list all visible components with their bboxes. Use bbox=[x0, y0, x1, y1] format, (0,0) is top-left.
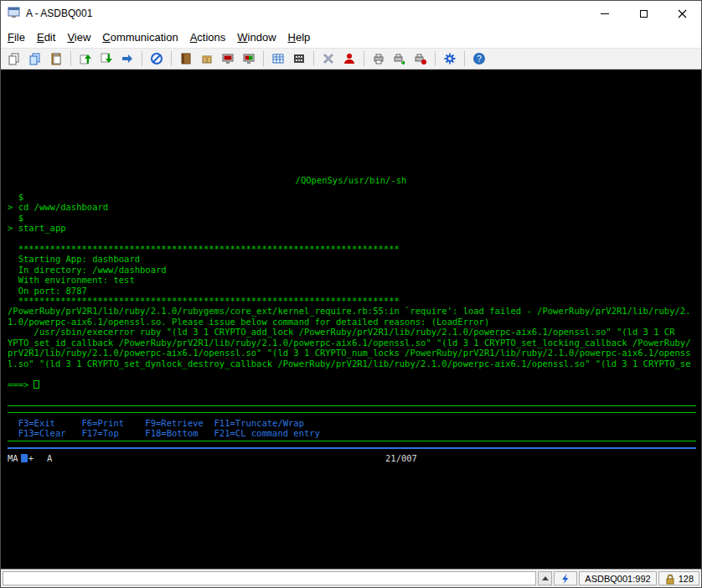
toolbar-separator bbox=[171, 51, 172, 66]
oia-system-indicator: MA bbox=[8, 453, 18, 463]
encryption-bits: 128 bbox=[679, 574, 694, 584]
upload-icon bbox=[79, 52, 92, 65]
settings-gear-icon bbox=[443, 52, 457, 65]
command-prompt: ===> bbox=[8, 379, 28, 389]
terminal-output: $ > cd /www/dashboard $ > start_app ****… bbox=[8, 192, 690, 369]
package-button[interactable] bbox=[198, 49, 216, 68]
display-colors-icon bbox=[242, 52, 256, 65]
keyboard-remap-button[interactable] bbox=[319, 49, 338, 68]
download-icon bbox=[100, 52, 113, 65]
printer-button[interactable] bbox=[369, 49, 388, 68]
minimize-icon bbox=[601, 13, 609, 14]
upload-button[interactable] bbox=[76, 49, 95, 68]
transfer-icon bbox=[121, 52, 134, 65]
journal-button[interactable] bbox=[177, 49, 195, 68]
display-colors-button[interactable] bbox=[240, 49, 258, 68]
print-screen-icon bbox=[393, 52, 406, 65]
menu-communication[interactable]: Communication bbox=[102, 28, 184, 47]
scroll-up-button[interactable] bbox=[538, 571, 552, 585]
toolbar-separator bbox=[364, 51, 364, 66]
transfer-button[interactable] bbox=[118, 49, 137, 68]
help-icon: ? bbox=[472, 52, 486, 65]
copy-button[interactable] bbox=[5, 49, 23, 68]
printer-stop-icon bbox=[414, 52, 427, 65]
keypad-icon bbox=[292, 52, 306, 65]
connection-status bbox=[554, 571, 577, 585]
copy-append-button[interactable] bbox=[26, 49, 44, 68]
record-macro-icon bbox=[150, 52, 163, 65]
function-key-legend: F3=Exit F6=Print F9=Retrieve F11=Truncat… bbox=[8, 418, 320, 439]
download-button[interactable] bbox=[97, 49, 116, 68]
crossed-keys-icon bbox=[322, 52, 335, 65]
spreadsheet-icon bbox=[271, 52, 285, 65]
copy-icon bbox=[8, 52, 21, 65]
text-cursor bbox=[34, 380, 39, 389]
encryption-status: 128 bbox=[658, 571, 699, 585]
display-transfer-button[interactable] bbox=[219, 49, 237, 68]
menu-window[interactable]: Window bbox=[237, 28, 282, 47]
cursor-position: 21/007 bbox=[385, 453, 417, 463]
minimize-button[interactable] bbox=[586, 1, 624, 26]
maximize-icon bbox=[640, 10, 648, 18]
print-screen-button[interactable] bbox=[390, 49, 409, 68]
toolbar-separator bbox=[313, 51, 314, 66]
printer-icon bbox=[372, 52, 385, 65]
journal-icon bbox=[179, 52, 193, 65]
close-icon bbox=[678, 9, 687, 18]
toolbar-separator bbox=[142, 51, 142, 66]
paste-button[interactable] bbox=[47, 49, 65, 68]
menu-actions[interactable]: Actions bbox=[190, 28, 233, 47]
menu-view[interactable]: View bbox=[67, 28, 97, 47]
command-entry-line[interactable]: ===> bbox=[8, 379, 39, 389]
terminal-screen[interactable]: /QOpenSys/usr/bin/-sh $ > cd /www/dashbo… bbox=[1, 70, 701, 569]
oia-status-row: MA+A 21/007 bbox=[8, 453, 694, 463]
connection-status-icon bbox=[560, 573, 571, 585]
display-transfer-icon bbox=[221, 52, 235, 65]
oia-plus-indicator: + bbox=[28, 453, 34, 463]
separator-line-green bbox=[8, 441, 696, 441]
toolbar: ? bbox=[1, 48, 701, 70]
emulator-window: A - ASDBQ001 File Edit View Communicatio… bbox=[0, 0, 702, 588]
status-message-area bbox=[3, 571, 536, 585]
separator-line-green bbox=[8, 412, 696, 413]
user-icon bbox=[343, 52, 356, 65]
up-arrow-icon bbox=[542, 576, 549, 580]
menu-help[interactable]: Help bbox=[288, 28, 317, 47]
window-controls bbox=[586, 1, 701, 26]
close-button[interactable] bbox=[663, 1, 701, 26]
window-title: A - ASDBQ001 bbox=[26, 8, 586, 19]
user-button[interactable] bbox=[340, 49, 359, 68]
svg-text:?: ? bbox=[477, 54, 482, 64]
printer-stop-button[interactable] bbox=[411, 49, 430, 68]
status-bar: ASDBQ001:992 128 bbox=[1, 569, 701, 587]
record-macro-button[interactable] bbox=[147, 49, 166, 68]
spreadsheet-button[interactable] bbox=[269, 49, 287, 68]
menu-bar: File Edit View Communication Actions Win… bbox=[1, 26, 701, 48]
toolbar-separator bbox=[263, 51, 264, 66]
toolbar-separator bbox=[464, 51, 465, 66]
keypad-button[interactable] bbox=[290, 49, 308, 68]
toolbar-separator bbox=[70, 51, 71, 66]
paste-icon bbox=[49, 52, 63, 65]
package-icon bbox=[200, 52, 214, 65]
oia-separator-line bbox=[8, 447, 696, 449]
separator-line-green bbox=[8, 405, 696, 406]
menu-edit[interactable]: Edit bbox=[37, 28, 62, 47]
help-button[interactable]: ? bbox=[470, 49, 488, 68]
menu-file[interactable]: File bbox=[8, 28, 32, 47]
app-icon bbox=[8, 5, 21, 22]
maximize-button[interactable] bbox=[624, 1, 663, 26]
session-address: ASDBQ001:992 bbox=[579, 571, 656, 585]
settings-button[interactable] bbox=[441, 49, 459, 68]
shell-path-header: /QOpenSys/usr/bin/-sh bbox=[1, 175, 701, 185]
ssl-lock-icon bbox=[664, 573, 675, 585]
title-bar: A - ASDBQ001 bbox=[1, 1, 701, 26]
copy-append-icon bbox=[28, 52, 42, 65]
oia-cursor-indicator-icon bbox=[21, 454, 28, 462]
oia-keyboard-indicator: A bbox=[47, 453, 52, 463]
toolbar-separator bbox=[435, 51, 436, 66]
